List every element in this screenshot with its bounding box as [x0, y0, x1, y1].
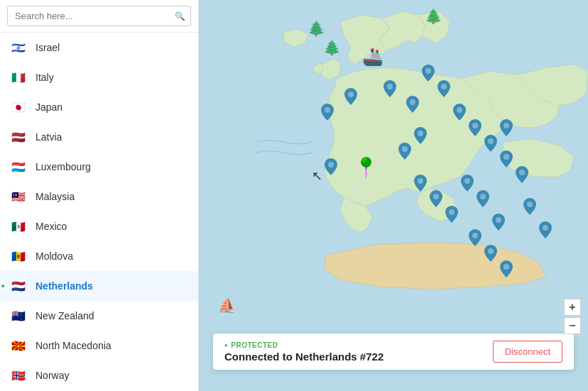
pin-icon-p18: [492, 216, 505, 234]
svg-point-11: [418, 131, 423, 136]
map-pin-p2[interactable]: [383, 80, 396, 101]
map-pin-p8[interactable]: [484, 135, 497, 156]
map-pin-p5[interactable]: [437, 80, 450, 101]
tree-decoration-3: 🌲: [425, 8, 442, 25]
svg-point-23: [543, 225, 548, 231]
pin-icon-p11: [414, 130, 427, 148]
svg-point-5: [441, 84, 447, 89]
svg-point-1: [325, 107, 330, 113]
svg-point-14: [433, 194, 439, 199]
pin-icon-p4: [422, 67, 435, 85]
flag-israel: 🇮🇱: [10, 39, 27, 56]
country-label-new-zealand: New Zealand: [36, 310, 94, 321]
pin-icon-p3: [406, 99, 419, 116]
pin-icon-p10: [516, 169, 528, 187]
map-pin-p1[interactable]: [321, 104, 334, 125]
search-input[interactable]: [7, 6, 191, 26]
country-item-italy[interactable]: 🇮🇹Italy: [0, 62, 198, 92]
map-pin-p10[interactable]: [516, 166, 528, 187]
map-pin-p4[interactable]: [422, 65, 435, 86]
map-pin-p23[interactable]: [539, 221, 552, 243]
svg-point-13: [418, 178, 423, 184]
country-item-malaysia[interactable]: 🇲🇾Malaysia: [0, 182, 198, 211]
svg-rect-0: [199, 1, 588, 390]
country-label-malaysia: Malaysia: [36, 191, 75, 202]
map-pin-p16[interactable]: [461, 175, 474, 196]
pin-icon-p1: [321, 106, 334, 124]
zoom-out-button[interactable]: −: [564, 317, 581, 334]
pin-icon-p17: [477, 193, 489, 211]
map-pin-p7[interactable]: [469, 119, 481, 141]
country-list: 🇮🇱Israel🇮🇹Italy🇯🇵Japan🇱🇻Latvia🇱🇺Luxembou…: [0, 33, 198, 391]
disconnect-button[interactable]: Disconnect: [493, 341, 562, 363]
pin-icon-p15: [445, 209, 458, 226]
flag-latvia: 🇱🇻: [10, 128, 27, 145]
flag-luxembourg: 🇱🇺: [10, 158, 27, 175]
map-pin-nl[interactable]: 📍: [354, 156, 379, 180]
country-label-north-macedonia: North Macedonia: [36, 340, 111, 351]
country-label-norway: Norway: [36, 370, 69, 381]
map-pin-p9[interactable]: [500, 150, 513, 172]
map-pin-p25[interactable]: [344, 88, 357, 109]
pin-icon-p22: [523, 201, 536, 219]
map-pin-p15[interactable]: [445, 206, 458, 227]
flag-netherlands: 🇳🇱: [10, 277, 27, 294]
country-item-moldova[interactable]: 🇲🇩Moldova: [0, 241, 198, 271]
map-pin-p19[interactable]: [469, 229, 481, 250]
pin-icon-p6: [453, 106, 466, 124]
map-svg: [199, 0, 588, 391]
country-item-israel[interactable]: 🇮🇱Israel: [0, 33, 198, 62]
pin-icon-p7: [469, 122, 481, 140]
map-pin-p3[interactable]: [406, 96, 419, 117]
pin-icon-p26: [325, 161, 337, 179]
map-pin-p21[interactable]: [500, 260, 513, 282]
country-item-luxembourg[interactable]: 🇱🇺Luxembourg: [0, 152, 198, 182]
svg-point-24: [503, 123, 509, 128]
map-pin-p12[interactable]: [398, 143, 411, 164]
svg-point-2: [387, 84, 393, 89]
map-pin-p20[interactable]: [484, 245, 497, 266]
sailboat-decoration: ⛵: [218, 297, 236, 314]
country-item-latvia[interactable]: 🇱🇻Latvia: [0, 122, 198, 152]
flag-japan: 🇯🇵: [10, 99, 27, 116]
tree-decoration-2: 🌲: [323, 39, 341, 56]
map-pin-p17[interactable]: [477, 190, 489, 211]
map-pin-p22[interactable]: [523, 198, 536, 219]
zoom-in-button[interactable]: +: [564, 299, 581, 316]
flag-mexico: 🇲🇽: [10, 218, 27, 235]
pin-icon-p2: [383, 83, 396, 101]
map-pin-p13[interactable]: [414, 175, 427, 196]
country-list-panel: 🇮🇱Israel🇮🇹Italy🇯🇵Japan🇱🇻Latvia🇱🇺Luxembou…: [0, 0, 199, 391]
pin-icon-p13: [414, 177, 427, 195]
map-pin-p24[interactable]: [500, 119, 513, 141]
map-pin-p11[interactable]: [414, 127, 427, 148]
country-item-norway[interactable]: 🇳🇴Norway: [0, 360, 198, 390]
country-label-japan: Japan: [36, 101, 62, 113]
svg-point-16: [464, 178, 470, 184]
pin-icon-p20: [484, 248, 497, 265]
map-pin-p26[interactable]: [325, 158, 337, 180]
svg-point-21: [503, 264, 509, 270]
country-item-japan[interactable]: 🇯🇵Japan: [0, 92, 198, 122]
connection-bar: PROTECTED Connected to Netherlands #722 …: [213, 334, 574, 370]
country-item-netherlands[interactable]: 🇳🇱Netherlands: [0, 271, 198, 301]
pin-icon-p21: [500, 263, 513, 281]
svg-point-7: [472, 123, 478, 128]
map-area: 🌲 🌲 🌲 🚢 ⛵ 📍: [199, 0, 588, 391]
flag-moldova: 🇲🇩: [10, 248, 27, 265]
flag-italy: 🇮🇹: [10, 69, 27, 86]
map-pin-p6[interactable]: [453, 104, 466, 125]
map-pin-p14[interactable]: [430, 190, 442, 211]
svg-point-17: [480, 194, 486, 199]
country-item-mexico[interactable]: 🇲🇽Mexico: [0, 211, 198, 241]
country-label-latvia: Latvia: [36, 131, 62, 143]
country-label-luxembourg: Luxembourg: [36, 161, 91, 172]
country-label-mexico: Mexico: [36, 221, 67, 232]
country-item-new-zealand[interactable]: 🇳🇿New Zealand: [0, 301, 198, 331]
map-pin-p18[interactable]: [492, 214, 505, 235]
pin-icon-p12: [398, 145, 411, 163]
country-label-israel: Israel: [36, 42, 60, 53]
svg-point-9: [503, 154, 509, 160]
country-label-netherlands: Netherlands: [36, 280, 93, 292]
country-item-north-macedonia[interactable]: 🇲🇰North Macedonia: [0, 331, 198, 360]
